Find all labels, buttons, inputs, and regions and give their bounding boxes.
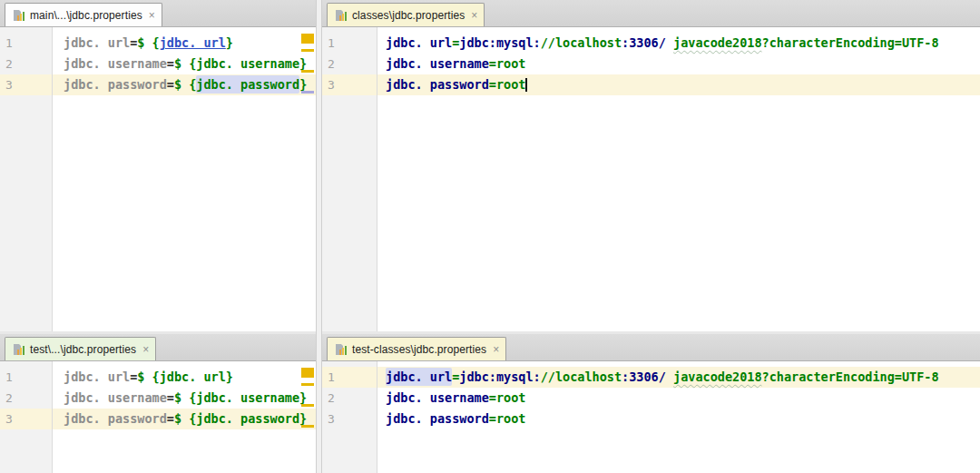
properties-file-icon: [333, 342, 348, 357]
line-number: 3: [322, 409, 377, 429]
code-line[interactable]: 3jdbc. password=root: [322, 74, 980, 95]
error-stripe-dash-mark[interactable]: [301, 49, 314, 52]
error-stripe-dash-mark[interactable]: [301, 383, 314, 386]
line-number: 3: [0, 409, 52, 429]
code-segment-val: root: [496, 56, 526, 71]
editor-pane-test-classes-output: test-classes\jdbc.properties × 1jdbc. ur…: [322, 334, 980, 473]
code-segment-val: ?characterEncoding=UTF-8: [762, 370, 939, 384]
code-segment-val: root: [496, 411, 526, 426]
vertical-splitter[interactable]: [316, 0, 322, 473]
code-segment-navy: jdbc:mysql:: [459, 35, 540, 50]
tab-close-icon[interactable]: ×: [147, 10, 155, 21]
code-line[interactable]: 2jdbc. username=$ {jdbc. username}: [0, 388, 316, 409]
editor-pane-main-source: main\...\jdbc.properties × 1jdbc. url=$ …: [0, 0, 316, 331]
code-text: jdbc. username=root: [377, 54, 525, 74]
tab-bar-top-right: classes\jdbc.properties ×: [322, 0, 980, 27]
tab-bar-bottom-right: test-classes\jdbc.properties ×: [322, 334, 980, 361]
code-text: jdbc. password=$ {jdbc. password}: [52, 409, 307, 429]
code-line[interactable]: 1jdbc. url=jdbc:mysql://localhost:3306/ …: [322, 367, 980, 388]
code-line[interactable]: 1jdbc. url=$ {jdbc. url}: [0, 367, 316, 388]
code-line[interactable]: 2jdbc. username=root: [322, 54, 980, 74]
code-segment-val: root: [496, 390, 526, 405]
code-segment-val: $ {jdbc. url}: [137, 370, 233, 384]
code-line[interactable]: 2jdbc. username=root: [322, 388, 980, 409]
text-caret: [525, 78, 527, 92]
code-segment-val: $ {jdbc. password}: [174, 411, 307, 426]
tab-close-icon[interactable]: ×: [141, 344, 149, 355]
code-text: jdbc. url=$ {jdbc. url}: [52, 367, 233, 388]
gutter-divider: [52, 27, 53, 331]
tab-label: test\...\jdbc.properties: [30, 343, 136, 356]
tab-label: test-classes\jdbc.properties: [352, 343, 486, 356]
tab-main-jdbc-properties[interactable]: main\...\jdbc.properties ×: [5, 3, 162, 26]
code-segment-keyb: jdbc. password: [386, 77, 489, 92]
code-line[interactable]: 3jdbc. password=$ {jdbc. password}: [0, 409, 316, 429]
line-number: 3: [322, 74, 377, 95]
code-segment-navy: :3306/: [622, 370, 673, 384]
code-segment-eqg: =: [489, 411, 496, 426]
code-segment-val: $ {: [174, 77, 196, 92]
error-stripe-square-mark[interactable]: [301, 34, 314, 44]
code-segment-val: //localhost: [541, 370, 622, 384]
tab-close-icon[interactable]: ×: [491, 344, 499, 355]
code-segment-val: $ {: [137, 35, 159, 50]
code-text: jdbc. password=$ {jdbc. password}: [52, 74, 307, 95]
code-segment-eq: =: [167, 411, 174, 426]
code-line[interactable]: 3jdbc. password=root: [322, 409, 980, 429]
code-text: jdbc. url=$ {jdbc. url}: [52, 33, 233, 54]
code-segment-val: //localhost: [541, 35, 622, 50]
line-number: 2: [322, 388, 377, 409]
code-segment-keyb: jdbc. username: [386, 56, 489, 71]
line-number: 3: [0, 74, 52, 95]
editor-content-classes-output[interactable]: 1jdbc. url=jdbc:mysql://localhost:3306/ …: [322, 27, 980, 331]
code-segment-wavy: javacode2018: [673, 35, 762, 50]
code-text: jdbc. username=root: [377, 388, 525, 409]
code-segment-navy: :3306/: [622, 35, 673, 50]
tab-bar-top-left: main\...\jdbc.properties ×: [0, 0, 316, 27]
code-segment-link: jdbc. url: [160, 35, 226, 50]
code-segment-eq: =: [167, 390, 174, 405]
code-segment-keyb: jdbc. url: [386, 35, 452, 50]
code-segment-eqg: =: [489, 77, 496, 92]
code-segment-val: $ {jdbc. username}: [174, 390, 307, 405]
line-number: 1: [322, 33, 377, 54]
code-segment-key: jdbc. username: [64, 390, 167, 405]
code-text: jdbc. password=root: [377, 74, 527, 95]
code-line[interactable]: 1jdbc. url=jdbc:mysql://localhost:3306/ …: [322, 33, 980, 54]
code-text: jdbc. username=$ {jdbc. username}: [52, 388, 307, 409]
code-text: jdbc. url=jdbc:mysql://localhost:3306/ j…: [377, 367, 939, 388]
editor-content-main-source[interactable]: 1jdbc. url=$ {jdbc. url}2jdbc. username=…: [0, 27, 316, 331]
code-text: jdbc. password=root: [377, 409, 525, 429]
code-segment-wavy: javacode2018: [673, 370, 762, 384]
error-stripe-dash-mark[interactable]: [301, 70, 314, 73]
code-line[interactable]: 3jdbc. password=$ {jdbc. password}: [0, 74, 316, 95]
properties-file-icon: [11, 8, 25, 23]
horizontal-splitter[interactable]: [0, 331, 980, 334]
code-segment-valhl: jdbc. password: [196, 75, 299, 94]
editor-content-test-classes-output[interactable]: 1jdbc. url=jdbc:mysql://localhost:3306/ …: [322, 361, 980, 473]
code-segment-keyb: jdbc. username: [386, 390, 489, 405]
properties-file-icon: [333, 8, 348, 23]
tab-close-icon[interactable]: ×: [469, 10, 477, 21]
tab-classes-jdbc-properties[interactable]: classes\jdbc.properties ×: [327, 3, 485, 26]
tab-test-jdbc-properties[interactable]: test\...\jdbc.properties ×: [5, 337, 156, 360]
error-stripe-dash-mark[interactable]: [301, 91, 314, 94]
editor-content-test-source[interactable]: 1jdbc. url=$ {jdbc. url}2jdbc. username=…: [0, 361, 316, 473]
tab-test-classes-jdbc-properties[interactable]: test-classes\jdbc.properties ×: [327, 337, 506, 360]
code-segment-eqg: =: [489, 390, 496, 405]
code-segment-keybhl: jdbc. url: [386, 368, 452, 386]
line-number: 1: [0, 367, 52, 388]
error-stripe-dash-mark[interactable]: [301, 404, 314, 407]
code-segment-val: }: [226, 35, 233, 50]
error-stripe-dash-mark[interactable]: [301, 425, 314, 428]
line-number: 1: [322, 367, 377, 388]
code-segment-key: jdbc. password: [64, 411, 167, 426]
code-segment-key: jdbc. url: [64, 35, 130, 50]
code-text: jdbc. username=$ {jdbc. username}: [52, 54, 307, 74]
code-line[interactable]: 2jdbc. username=$ {jdbc. username}: [0, 54, 316, 74]
tab-label: main\...\jdbc.properties: [30, 9, 142, 22]
code-line[interactable]: 1jdbc. url=$ {jdbc. url}: [0, 33, 316, 54]
error-stripe-square-mark[interactable]: [301, 368, 314, 378]
code-segment-navy: jdbc:mysql:: [459, 370, 540, 384]
code-text: jdbc. url=jdbc:mysql://localhost:3306/ j…: [377, 33, 939, 54]
